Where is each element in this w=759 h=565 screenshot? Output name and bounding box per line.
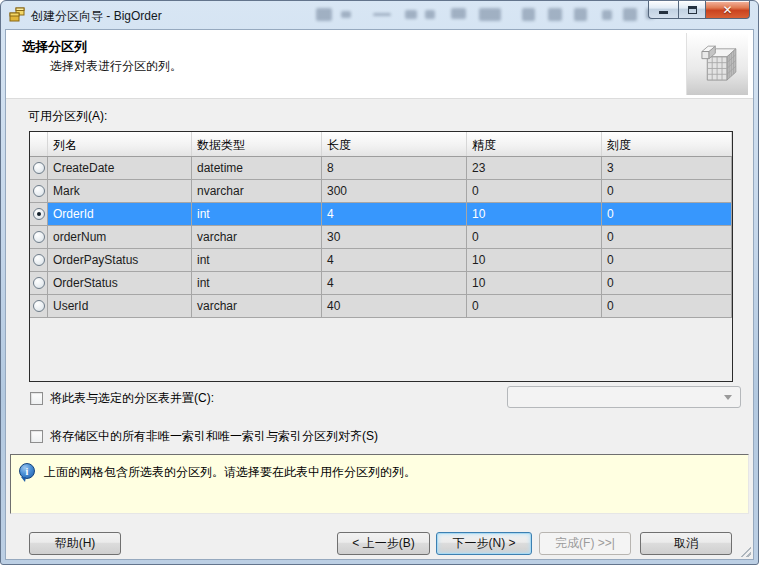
grid-header-precision: 精度	[467, 132, 602, 156]
grid-header-radio	[30, 132, 48, 156]
redacted-blur	[623, 8, 637, 21]
align-indexes-checkbox[interactable]	[30, 430, 43, 443]
table-row[interactable]: OrderPayStatusint4100	[30, 249, 732, 272]
redacted-blur	[451, 8, 466, 19]
info-icon: i	[19, 463, 35, 479]
cell-scale: 0	[602, 203, 732, 225]
table-row[interactable]: OrderIdint4100	[30, 203, 732, 226]
wizard-dialog: 创建分区向导 - BigOrder ✕ 选择分区列 选择对表进行分区的列。	[0, 0, 759, 565]
cell-length: 4	[322, 272, 467, 294]
cell-name: Mark	[48, 180, 192, 202]
cell-type: int	[192, 203, 322, 225]
cell-name: OrderId	[48, 203, 192, 225]
info-panel: i 上面的网格包含所选表的分区列。请选择要在此表中用作分区列的列。	[10, 454, 749, 514]
caption-buttons: ✕	[648, 1, 750, 19]
grid-header-type: 数据类型	[192, 132, 322, 156]
cell-scale: 3	[602, 157, 732, 179]
row-radio-cell[interactable]	[30, 157, 48, 179]
window-title: 创建分区向导 - BigOrder	[31, 8, 162, 25]
collocate-checkbox-label: 将此表与选定的分区表并置(C):	[50, 390, 214, 407]
partition-columns-grid[interactable]: 列名 数据类型 长度 精度 刻度 CreateDatedatetime8233M…	[29, 131, 733, 382]
row-radio-cell[interactable]	[30, 249, 48, 271]
radio-icon	[33, 208, 45, 220]
cell-scale: 0	[602, 249, 732, 271]
cell-name: UserId	[48, 295, 192, 317]
cell-precision: 10	[467, 203, 602, 225]
cell-type: varchar	[192, 226, 322, 248]
radio-icon	[33, 162, 45, 174]
redacted-blur	[405, 10, 417, 19]
cell-length: 300	[322, 180, 467, 202]
cell-scale: 0	[602, 272, 732, 294]
page-subtitle: 选择对表进行分区的列。	[50, 58, 182, 75]
help-button[interactable]: 帮助(H)	[29, 532, 121, 555]
redacted-blur	[316, 8, 332, 21]
redacted-blur	[522, 8, 535, 21]
table-row[interactable]: orderNumvarchar3000	[30, 226, 732, 249]
cell-precision: 10	[467, 272, 602, 294]
cell-name: OrderPayStatus	[48, 249, 192, 271]
maximize-button[interactable]	[678, 1, 706, 19]
cell-scale: 0	[602, 180, 732, 202]
grid-header-length: 长度	[322, 132, 467, 156]
close-icon: ✕	[722, 4, 732, 16]
cell-scale: 0	[602, 295, 732, 317]
radio-icon	[33, 277, 45, 289]
table-row[interactable]: UserIdvarchar4000	[30, 295, 732, 318]
row-radio-cell[interactable]	[30, 226, 48, 248]
cell-name: OrderStatus	[48, 272, 192, 294]
cell-length: 30	[322, 226, 467, 248]
wizard-app-icon	[9, 7, 25, 23]
back-button[interactable]: < 上一步(B)	[337, 532, 430, 555]
radio-icon	[33, 300, 45, 312]
align-indexes-checkbox-label: 将存储区中的所有非唯一索引和唯一索引与索引分区列对齐(S)	[50, 428, 378, 445]
collocate-checkbox[interactable]	[30, 392, 43, 405]
cell-type: nvarchar	[192, 180, 322, 202]
table-row[interactable]: CreateDatedatetime8233	[30, 157, 732, 180]
radio-icon	[33, 185, 45, 197]
grid-header-row: 列名 数据类型 长度 精度 刻度	[30, 132, 732, 157]
titlebar[interactable]: 创建分区向导 - BigOrder ✕	[1, 1, 758, 29]
cell-type: varchar	[192, 295, 322, 317]
cell-length: 40	[322, 295, 467, 317]
collocate-table-combobox[interactable]	[507, 386, 741, 408]
align-indexes-checkbox-row[interactable]: 将存储区中的所有非唯一索引和唯一索引与索引分区列对齐(S)	[30, 428, 378, 445]
info-message: 上面的网格包含所选表的分区列。请选择要在此表中用作分区列的列。	[44, 462, 416, 506]
cell-precision: 0	[467, 180, 602, 202]
next-button[interactable]: 下一步(N) >	[436, 532, 532, 555]
wizard-header: 选择分区列 选择对表进行分区的列。	[6, 30, 753, 99]
row-radio-cell[interactable]	[30, 272, 48, 294]
minimize-button[interactable]	[648, 1, 678, 19]
cell-type: int	[192, 249, 322, 271]
redacted-blur	[548, 8, 562, 21]
grid-header-name: 列名	[48, 132, 192, 156]
collocate-checkbox-row[interactable]: 将此表与选定的分区表并置(C):	[30, 390, 214, 407]
radio-icon	[33, 231, 45, 243]
row-radio-cell[interactable]	[30, 180, 48, 202]
radio-icon	[33, 254, 45, 266]
cell-type: datetime	[192, 157, 322, 179]
cell-precision: 23	[467, 157, 602, 179]
partition-cube-icon	[693, 39, 743, 89]
cell-precision: 0	[467, 295, 602, 317]
cell-name: CreateDate	[48, 157, 192, 179]
table-row[interactable]: Marknvarchar30000	[30, 180, 732, 203]
available-columns-label: 可用分区列(A):	[28, 108, 107, 125]
redacted-blur	[341, 11, 351, 18]
partition-cube-image	[686, 33, 748, 95]
cell-name: orderNum	[48, 226, 192, 248]
page-title: 选择分区列	[22, 38, 87, 56]
dialog-body: 选择分区列 选择对表进行分区的列。 可用分区列(A): 列名	[5, 29, 754, 560]
table-row[interactable]: OrderStatusint4100	[30, 272, 732, 295]
minimize-icon	[659, 11, 668, 14]
cell-precision: 10	[467, 249, 602, 271]
cell-length: 8	[322, 157, 467, 179]
grid-header-scale: 刻度	[602, 132, 732, 156]
resize-grip[interactable]	[740, 546, 751, 557]
row-radio-cell[interactable]	[30, 203, 48, 225]
cancel-button[interactable]: 取消	[640, 532, 732, 555]
grid-body: CreateDatedatetime8233Marknvarchar30000O…	[30, 157, 732, 318]
row-radio-cell[interactable]	[30, 295, 48, 317]
close-button[interactable]: ✕	[706, 1, 750, 19]
redacted-blur	[373, 13, 391, 16]
